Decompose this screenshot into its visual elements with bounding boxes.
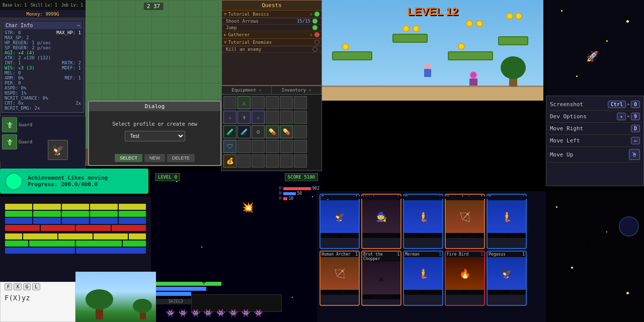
quest-arrow-3: ▼	[224, 40, 226, 45]
quest-dot-jump	[312, 25, 317, 30]
card-pegasus-1[interactable]: Pegasus1 🦅 104315	[319, 194, 360, 249]
hbar-50: H 50	[279, 191, 319, 196]
brick-r-2	[41, 225, 75, 231]
shortcut-screenshot-keys: Ctrl + 0	[608, 101, 640, 108]
potion-slot-6[interactable]	[294, 125, 307, 138]
space-ship: 🚀	[586, 50, 599, 62]
card-archer-1[interactable]: Human Archer1 🏹 94315	[445, 194, 485, 249]
card-merman-1[interactable]: Merman1 🧜 94315	[403, 194, 443, 249]
quest-close-gatherer[interactable]: x	[310, 32, 312, 37]
potion-slot-2[interactable]: 🧪	[237, 125, 251, 138]
inv-slot-10[interactable]	[294, 154, 307, 168]
profile-select[interactable]: Test	[125, 131, 185, 141]
equip-slot-4[interactable]	[266, 96, 279, 109]
equip-slot-7[interactable]: ⚔	[223, 111, 236, 124]
quest-item-kill-enemy: Kill an enemy	[222, 46, 321, 53]
equip-slot-3[interactable]	[252, 96, 265, 109]
potion-slot-4[interactable]: 💊	[266, 125, 279, 138]
brick-g-1	[5, 211, 32, 217]
card-merman-img-3: 🧜	[404, 257, 442, 290]
card-archer-2[interactable]: Human Archer1 🏹 92515	[319, 251, 360, 306]
stat-crit-chance: NCRIT_CHANCE: 0%	[4, 96, 82, 101]
equip-tab-close[interactable]: ⊖	[259, 88, 262, 93]
bottom-right-space: ✈	[546, 191, 644, 322]
inv-slot-9[interactable]	[280, 154, 293, 168]
quest-category-tutorial-basics: ▼ Tutorial Basics x	[222, 11, 321, 18]
shortcut-screenshot-label: Screenshot	[550, 101, 583, 108]
equip-second-row: ⚔ 🗡 ⚔	[222, 111, 321, 124]
achievement-progress: Progress: 200.0/400.0	[28, 181, 108, 188]
formula-key-row: F X G L	[1, 282, 75, 291]
card-pegasus-img: 🦅	[320, 200, 359, 233]
brick-y2-5	[129, 233, 146, 239]
delete-button[interactable]: DELETE	[167, 154, 195, 162]
equip-slot-1[interactable]	[223, 96, 236, 109]
potion-slot-3[interactable]: ⚙	[252, 125, 265, 138]
base-lv-label: Base Lv: 1	[3, 3, 27, 8]
enemy-8: 👾	[254, 309, 263, 317]
key-d: D	[631, 125, 640, 132]
inv-slot-5[interactable]	[294, 140, 307, 153]
explosion-1: 💥	[242, 201, 254, 213]
player-character	[423, 63, 433, 78]
equip-slot-6[interactable]	[294, 96, 307, 109]
equip-slot-11[interactable]	[280, 111, 293, 124]
fkey-x[interactable]: X	[14, 283, 21, 290]
equip-slot-5[interactable]	[280, 96, 293, 109]
fkey-g[interactable]: G	[23, 283, 31, 290]
inventory-tab[interactable]: Inventory ⊖	[272, 86, 321, 94]
fkey-f[interactable]: F	[5, 283, 12, 290]
char-info-panel: Char Info − STR: 0 MAX_HP: 1 MAX_SP: 2 H…	[2, 20, 84, 113]
shield-label: SHIELD	[169, 299, 183, 304]
quest-close-1[interactable]: x	[310, 12, 312, 17]
inv-tab-close[interactable]: ⊖	[309, 88, 311, 93]
brick-y2-2	[23, 233, 57, 239]
stat-wis: WIS: +3 (3) MDEF: 1	[4, 65, 82, 70]
card-witch-1[interactable]: Witch1 🧙 13225	[361, 194, 401, 249]
space-shooter-game: LEVEL 0 SCORE 5100 H 902 H 50 H 10 SHIEL…	[151, 171, 322, 322]
coin-2	[403, 25, 410, 32]
card-merman-2[interactable]: Merman1 🧜 154315	[487, 194, 527, 249]
fkey-l[interactable]: L	[32, 283, 40, 290]
potion-slot-1[interactable]: 🧪	[223, 125, 236, 138]
equip-slot-2[interactable]: ⚔	[237, 96, 251, 109]
inv-slot-shield[interactable]: 🛡	[223, 140, 236, 153]
card-brut[interactable]: Brut the Chopper1 ⚔ 15073	[361, 251, 401, 306]
enemy-7: 👾	[242, 309, 250, 317]
inv-row-2: 💰	[222, 153, 321, 169]
inv-slot-6[interactable]	[237, 154, 251, 168]
equip-slot-12[interactable]	[294, 111, 307, 124]
new-button[interactable]: NEW	[144, 154, 165, 162]
inv-slot-bag[interactable]: 💰	[223, 154, 236, 168]
shortcut-move-right-label: Move Right	[550, 125, 583, 132]
bright-star-1	[626, 20, 629, 23]
stat-hpregen: HP_REGEN: 1 p/sec	[4, 40, 82, 45]
equip-slot-8[interactable]: 🗡	[237, 111, 251, 124]
card-merman-3[interactable]: Merman1 🧜 94315	[403, 251, 443, 306]
card-brut-img: ⚔	[362, 262, 400, 294]
equip-slot-9[interactable]: ⚔	[252, 111, 265, 124]
select-button[interactable]: SELECT	[115, 154, 142, 162]
brick-g-3	[62, 211, 89, 217]
inv-slot-3[interactable]	[266, 140, 279, 153]
inv-slot-8[interactable]	[266, 154, 279, 168]
key-ctrl: Ctrl	[608, 101, 626, 108]
card-pegasus-2[interactable]: Pegasus1 🦅 104315	[487, 251, 527, 306]
shortcut-move-up-keys: 🖱	[629, 149, 640, 160]
brick-row-7	[3, 248, 148, 254]
inv-slot-4[interactable]	[280, 140, 293, 153]
cards-game-area: Pegasus1 🦅 104315 Witch1 🧙 13225 Merman1…	[317, 191, 546, 322]
guards-panel: 🗡 Guard 🗡 Guard 🦅	[0, 116, 86, 161]
card-firebird[interactable]: Fire Bird1 🔥 63015	[445, 251, 485, 306]
equipment-tab[interactable]: Equipment ⊖	[222, 86, 272, 94]
char-info-close[interactable]: −	[77, 23, 80, 28]
brick-row-2	[3, 211, 148, 217]
money-label: Money: 9999G	[26, 12, 59, 17]
inv-slot-7[interactable]	[252, 154, 265, 168]
card-archer-img-2: 🏹	[320, 257, 359, 290]
equip-slot-10[interactable]	[266, 111, 279, 124]
inv-slot-2[interactable]	[252, 140, 265, 153]
inv-slot-1[interactable]	[237, 140, 251, 153]
platform-1	[332, 51, 372, 60]
potion-slot-5[interactable]: 💊	[280, 125, 293, 138]
